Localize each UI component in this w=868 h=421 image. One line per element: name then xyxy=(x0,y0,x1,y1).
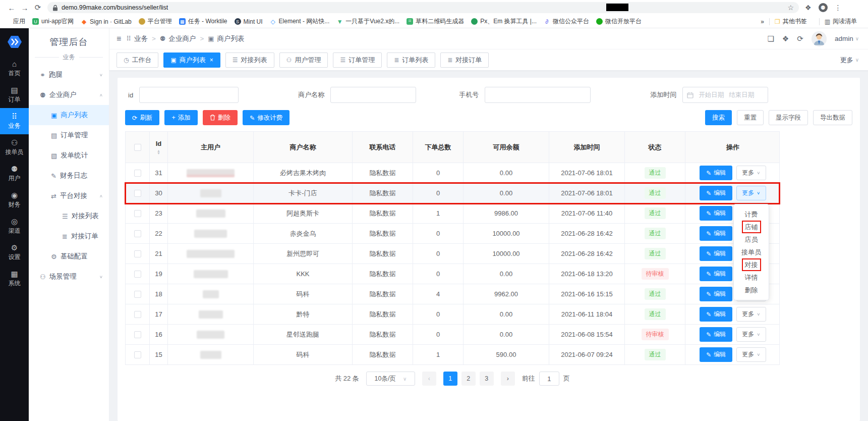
page-size-select[interactable]: 10条/页 ∨ xyxy=(366,372,415,386)
row-edit-button[interactable]: ✎编辑 xyxy=(700,307,732,322)
bookmark-item[interactable]: Uuni-app官网 xyxy=(32,17,74,26)
sidebar-item-商户列表[interactable]: ▣商户列表 xyxy=(29,105,109,125)
tab-对接订单[interactable]: ≣对接订单 xyxy=(440,52,489,68)
phone-filter-input[interactable] xyxy=(485,87,591,103)
sidebar-item-跑腿[interactable]: ⚭跑腿∨ xyxy=(29,65,109,85)
back-icon[interactable]: ← xyxy=(5,4,18,12)
row-edit-button[interactable]: ✎编辑 xyxy=(700,186,732,200)
bookmark-item[interactable]: Px、Em 换算工具 |... xyxy=(471,17,537,26)
row-more-button[interactable]: 更多∨ xyxy=(736,347,766,362)
other-bookmarks[interactable]: ❐ 其他书签 xyxy=(775,17,807,26)
select-all-checkbox[interactable] xyxy=(134,144,141,151)
bookmark-item[interactable]: ⠛草料二维码生成器 xyxy=(407,17,464,26)
tabs-more-button[interactable]: 更多 ∨ xyxy=(840,56,859,65)
sidebar-item-平台对接[interactable]: ⇄平台对接∧ xyxy=(29,186,109,206)
page-button-3[interactable]: 3 xyxy=(480,372,494,386)
row-edit-button[interactable]: ✎编辑 xyxy=(700,206,732,221)
bookmark-item[interactable]: ∂微信公众平台 xyxy=(544,17,589,26)
dropdown-item-详情[interactable]: 详情 xyxy=(734,271,769,284)
delete-button[interactable]: 删除 xyxy=(203,110,238,125)
user-menu[interactable]: admin ∨ xyxy=(835,35,859,42)
dropdown-item-店员[interactable]: 店员 xyxy=(734,233,769,246)
bookmark-item[interactable]: ◆Sign in · GitLab xyxy=(81,18,132,25)
rail-item-渠道[interactable]: ◎渠道 xyxy=(0,213,29,239)
row-checkbox[interactable] xyxy=(134,210,141,217)
browser-menu-icon[interactable]: ⋮ xyxy=(835,4,842,12)
row-checkbox[interactable] xyxy=(134,351,141,358)
tab-订单管理[interactable]: ☰订单管理 xyxy=(333,52,382,68)
avatar[interactable] xyxy=(812,31,827,46)
bookmark-star-icon[interactable]: ☆ xyxy=(787,4,794,12)
bookmark-item[interactable]: 微信开放平台 xyxy=(596,17,642,26)
url-bar[interactable]: demo.99make.com/business/seller/list ☆ xyxy=(47,2,799,13)
row-edit-button[interactable]: ✎编辑 xyxy=(700,166,732,180)
sidebar-item-对接订单[interactable]: ≣对接订单 xyxy=(29,226,109,246)
dropdown-item-店铺[interactable]: 店铺 xyxy=(734,221,769,233)
breadcrumb-item[interactable]: ⠿业务 xyxy=(126,34,148,43)
forward-icon[interactable]: → xyxy=(18,4,31,12)
tab-工作台[interactable]: ◷工作台 xyxy=(117,52,158,68)
rail-item-业务[interactable]: ⠿业务 xyxy=(0,108,29,134)
fullscreen-icon[interactable]: ❏ xyxy=(767,34,774,43)
row-checkbox[interactable] xyxy=(134,311,141,318)
rail-item-系统[interactable]: ▦系统 xyxy=(0,266,29,292)
refresh-icon[interactable]: ⟳ xyxy=(797,34,803,43)
bookmark-item[interactable]: 应用 xyxy=(4,17,25,26)
row-checkbox[interactable] xyxy=(134,230,141,237)
dropdown-item-对接[interactable]: 对接 xyxy=(734,258,769,271)
rail-item-首页[interactable]: ⌂首页 xyxy=(0,56,29,82)
row-edit-button[interactable]: ✎编辑 xyxy=(700,327,732,342)
row-edit-button[interactable]: ✎编辑 xyxy=(700,347,732,362)
goto-page-input[interactable] xyxy=(539,372,559,386)
bookmark-item[interactable]: 平台管理 xyxy=(139,17,172,26)
bookmark-item[interactable]: SMint UI xyxy=(235,18,263,25)
row-checkbox[interactable] xyxy=(134,250,141,257)
row-more-button[interactable]: 更多∨ xyxy=(736,307,766,322)
tab-订单列表[interactable]: ≣订单列表 xyxy=(387,52,435,68)
row-edit-button[interactable]: ✎编辑 xyxy=(700,226,732,241)
row-more-button-open[interactable]: 更多∨ xyxy=(736,186,766,200)
sidebar-item-财务日志[interactable]: ✎财务日志 xyxy=(29,166,109,186)
add-button[interactable]: +添加 xyxy=(164,110,197,125)
breadcrumb-item[interactable]: ⚉企业商户 xyxy=(160,34,196,43)
dropdown-item-接单员[interactable]: 接单员 xyxy=(734,246,769,258)
bookmarks-overflow-icon[interactable]: » xyxy=(761,18,764,25)
export-button[interactable]: 导出数据 xyxy=(813,110,852,125)
rail-item-接单员[interactable]: ⚇接单员 xyxy=(0,134,29,161)
sidebar-item-基础配置[interactable]: ⚙基础配置 xyxy=(29,246,109,267)
row-edit-button[interactable]: ✎编辑 xyxy=(700,267,732,281)
extensions-icon[interactable]: ❖ xyxy=(805,4,812,12)
reading-list[interactable]: ▥ 阅读清单 xyxy=(825,17,857,26)
sidebar-item-企业商户[interactable]: ⚉企业商户∧ xyxy=(29,85,109,105)
page-button-2[interactable]: 2 xyxy=(461,372,476,386)
row-checkbox[interactable] xyxy=(134,271,141,278)
search-button[interactable]: 搜索 xyxy=(705,110,732,125)
tab-对接列表[interactable]: ☰对接列表 xyxy=(225,52,274,68)
row-checkbox[interactable] xyxy=(134,331,141,338)
show-fields-button[interactable]: 显示字段 xyxy=(769,110,808,125)
bookmark-item[interactable]: ◇Element - 网站快... xyxy=(270,17,330,26)
sidebar-item-对接列表[interactable]: ☰对接列表 xyxy=(29,206,109,226)
sidebar-fold-icon[interactable]: ≡ xyxy=(117,34,121,43)
id-filter-input[interactable] xyxy=(139,87,239,103)
rail-item-订单[interactable]: ▤订单 xyxy=(0,82,29,108)
rail-item-设置[interactable]: ⚙设置 xyxy=(0,239,29,266)
sidebar-item-发单统计[interactable]: ▧发单统计 xyxy=(29,145,109,166)
reset-button[interactable]: 重置 xyxy=(737,110,764,125)
dropdown-item-计费[interactable]: 计费 xyxy=(734,208,769,221)
bookmark-item[interactable]: ▼一只基于Vue2.x的... xyxy=(336,17,399,26)
sidebar-item-场景管理[interactable]: ⚇场景管理∨ xyxy=(29,267,109,287)
sidebar-item-订单管理[interactable]: ▤订单管理 xyxy=(29,125,109,145)
refresh-button[interactable]: ⟳刷新 xyxy=(125,110,159,125)
next-page-button[interactable]: › xyxy=(501,372,515,386)
sort-icon[interactable]: ▲▼ xyxy=(157,149,160,154)
close-icon[interactable]: × xyxy=(210,57,213,64)
row-edit-button[interactable]: ✎编辑 xyxy=(700,246,732,261)
row-checkbox[interactable] xyxy=(134,291,141,298)
row-checkbox[interactable] xyxy=(134,190,141,197)
theme-icon[interactable]: ❖ xyxy=(782,34,789,43)
edit-billing-button[interactable]: ✎修改计费 xyxy=(243,110,290,125)
breadcrumb-item[interactable]: ▣商户列表 xyxy=(208,34,244,43)
date-range-input[interactable]: 开始日期 结束日期 xyxy=(682,87,768,103)
reload-icon[interactable]: ⟳ xyxy=(31,3,44,12)
